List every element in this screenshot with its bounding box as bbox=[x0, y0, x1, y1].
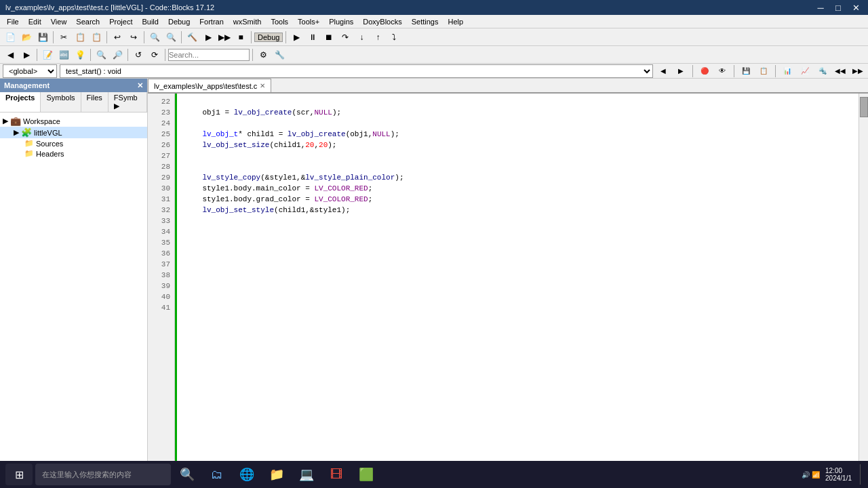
separator6 bbox=[285, 31, 286, 43]
separator1 bbox=[53, 31, 54, 43]
ln-22: 22 bbox=[148, 96, 170, 107]
find-button[interactable]: 🔍 bbox=[147, 30, 162, 45]
taskbar-app7[interactable]: 🟩 bbox=[353, 464, 380, 485]
cut-button[interactable]: ✂ bbox=[56, 30, 71, 45]
menu-item-settings[interactable]: Settings bbox=[408, 16, 443, 27]
tb2-reload[interactable]: ⟳ bbox=[147, 47, 162, 62]
breakpoint-btn[interactable]: 🔴 bbox=[697, 64, 712, 79]
code-line-32: lv_obj_set_style(child1,&style1); bbox=[184, 205, 853, 216]
debug-stop-button[interactable]: ⏹ bbox=[321, 30, 336, 45]
tb2-zoom[interactable]: 🔎 bbox=[110, 47, 125, 62]
editor-tab-testc[interactable]: lv_examples\lv_apps\test\test.c ✕ bbox=[148, 79, 271, 92]
scrollbar-vertical[interactable] bbox=[859, 94, 868, 464]
tb2-search[interactable]: 🔍 bbox=[94, 47, 108, 62]
taskbar-cortana[interactable]: 🔍 bbox=[174, 464, 201, 485]
save-button[interactable]: 💾 bbox=[35, 30, 50, 45]
menu-item-wxsmith[interactable]: wxSmith bbox=[229, 16, 266, 27]
nav-right[interactable]: ▶ bbox=[673, 64, 688, 79]
paste-button[interactable]: 📋 bbox=[89, 30, 104, 45]
management-close-icon[interactable]: ✕ bbox=[137, 81, 143, 90]
debug-next-breakpoint[interactable]: ⤵ bbox=[387, 30, 401, 45]
debug-pause-button[interactable]: ⏸ bbox=[305, 30, 320, 45]
tree-headers[interactable]: 📁 Headers bbox=[0, 148, 147, 159]
tb2-extra[interactable]: 🔧 bbox=[272, 47, 287, 62]
stop-button[interactable]: ■ bbox=[233, 30, 248, 45]
taskbar-explorer[interactable]: 🗂 bbox=[203, 464, 231, 485]
taskbar-search-text[interactable]: 在这里输入你想搜索的内容 bbox=[42, 470, 132, 480]
scroll-thumb-vertical[interactable] bbox=[860, 97, 868, 117]
menu-item-file[interactable]: File bbox=[3, 16, 23, 27]
nav-left[interactable]: ◀ bbox=[656, 64, 671, 79]
tb2-btn4[interactable]: 🔤 bbox=[56, 47, 71, 62]
mem-btn[interactable]: 💾 bbox=[738, 64, 753, 79]
tb2-btn3[interactable]: 📝 bbox=[40, 47, 55, 62]
menu-item-edit[interactable]: Edit bbox=[24, 16, 45, 27]
menu-item-fortran[interactable]: Fortran bbox=[195, 16, 227, 27]
menu-item-debug[interactable]: Debug bbox=[164, 16, 194, 27]
taskbar-computer[interactable]: 💻 bbox=[293, 464, 320, 485]
code-area[interactable]: obj1 = lv_obj_create(scr,NULL); lv_obj_t… bbox=[175, 94, 859, 464]
start-button[interactable]: ⊞ bbox=[5, 464, 33, 485]
tree-workspace[interactable]: ▶ 💼 Workspace bbox=[0, 115, 147, 127]
menu-item-tools[interactable]: Tools bbox=[267, 16, 292, 27]
debug-step-in[interactable]: ↓ bbox=[354, 30, 369, 45]
menu-item-build[interactable]: Build bbox=[138, 16, 162, 27]
copy-button[interactable]: 📋 bbox=[73, 30, 87, 45]
func-select[interactable]: test_start() : void bbox=[60, 64, 653, 78]
menu-item-doxyblocks[interactable]: DoxyBlocks bbox=[359, 16, 406, 27]
tree-sources[interactable]: 📁 Sources bbox=[0, 138, 147, 148]
menu-item-tools+[interactable]: Tools+ bbox=[294, 16, 323, 27]
run-button[interactable]: ▶ bbox=[201, 30, 216, 45]
new-button[interactable]: 📄 bbox=[3, 30, 18, 45]
menu-item-help[interactable]: Help bbox=[443, 16, 467, 27]
btn-g1[interactable]: 📊 bbox=[780, 64, 795, 79]
tree-littlevgl[interactable]: ▶ 🧩 littleVGL bbox=[0, 127, 147, 138]
menu-item-plugins[interactable]: Plugins bbox=[325, 16, 357, 27]
debug-label: Debug bbox=[254, 33, 283, 42]
tb2-btn5[interactable]: 💡 bbox=[73, 47, 87, 62]
search-input[interactable] bbox=[168, 49, 250, 61]
undo-button[interactable]: ↩ bbox=[110, 30, 125, 45]
taskbar-files[interactable]: 📁 bbox=[263, 464, 290, 485]
taskbar-search[interactable]: 在这里输入你想搜索的内容 bbox=[35, 464, 171, 485]
minimize-button[interactable]: ─ bbox=[814, 3, 827, 13]
menu-item-project[interactable]: Project bbox=[105, 16, 136, 27]
debug-run-button[interactable]: ▶ bbox=[289, 30, 304, 45]
separator10 bbox=[165, 49, 165, 61]
close-button[interactable]: ✕ bbox=[849, 3, 863, 13]
btn-g5[interactable]: ▶▶ bbox=[850, 64, 865, 79]
tab-projects[interactable]: Projects bbox=[0, 92, 41, 112]
tab-files[interactable]: Files bbox=[81, 92, 108, 112]
maximize-button[interactable]: □ bbox=[831, 3, 845, 13]
editor-tab-close[interactable]: ✕ bbox=[260, 82, 265, 89]
menu-item-view[interactable]: View bbox=[47, 16, 71, 27]
global-select[interactable]: <global> bbox=[3, 64, 57, 78]
menu-item-search[interactable]: Search bbox=[72, 16, 104, 27]
ln-32: 32 bbox=[148, 205, 170, 216]
tb2-btn2[interactable]: ▶ bbox=[19, 47, 34, 62]
taskbar-media[interactable]: 🎞 bbox=[323, 464, 350, 485]
tb2-settings[interactable]: ⚙ bbox=[256, 47, 271, 62]
ln-38: 38 bbox=[148, 270, 170, 281]
workspace-label: Workspace bbox=[23, 117, 60, 125]
replace-button[interactable]: 🔍 bbox=[163, 30, 178, 45]
build-run-button[interactable]: ▶▶ bbox=[217, 30, 232, 45]
open-button[interactable]: 📂 bbox=[19, 30, 34, 45]
btn-g3[interactable]: 🔩 bbox=[815, 64, 830, 79]
reg-btn[interactable]: 📋 bbox=[756, 64, 771, 79]
code-line-35 bbox=[184, 237, 853, 248]
tb2-btn1[interactable]: ◀ bbox=[3, 47, 18, 62]
taskbar-edge[interactable]: 🌐 bbox=[233, 464, 260, 485]
tab-symbols[interactable]: Symbols bbox=[41, 92, 81, 112]
build-button[interactable]: 🔨 bbox=[184, 30, 199, 45]
redo-button[interactable]: ↪ bbox=[126, 30, 141, 45]
debug-step-out[interactable]: ↑ bbox=[370, 30, 385, 45]
title-bar-controls[interactable]: ─ □ ✕ bbox=[814, 3, 863, 13]
tab-fsymb[interactable]: FSymb ▶ bbox=[108, 92, 147, 112]
debug-step-over[interactable]: ↷ bbox=[338, 30, 353, 45]
tb2-refresh[interactable]: ↺ bbox=[131, 47, 146, 62]
watch-btn[interactable]: 👁 bbox=[715, 64, 730, 79]
btn-g2[interactable]: 📈 bbox=[797, 64, 812, 79]
btn-g4[interactable]: ◀◀ bbox=[833, 64, 848, 79]
taskbar-show-desktop[interactable] bbox=[860, 464, 863, 485]
